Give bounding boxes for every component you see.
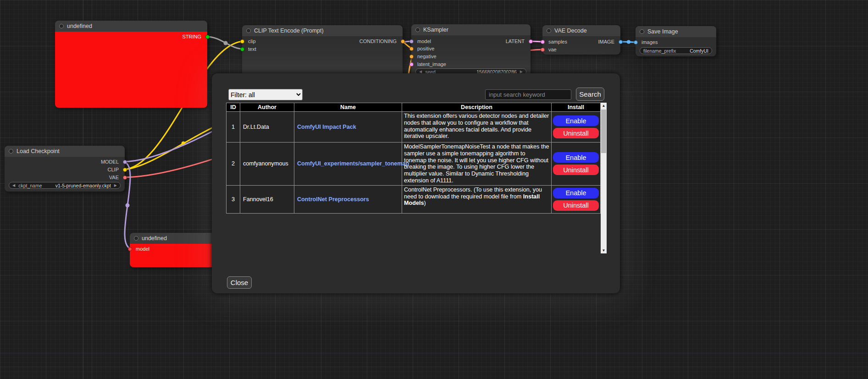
increment-arrow-icon[interactable]: ▶ — [114, 182, 117, 189]
node-load-checkpoint[interactable]: Load Checkpoint MODEL CLIP VAE ◀ ckpt_na… — [5, 146, 125, 192]
input-dot-negative[interactable] — [409, 55, 414, 59]
link-midpoint-dot-string — [224, 41, 228, 45]
manager-dialog: Filter: all Search IDAuthorNameDescripti… — [212, 73, 620, 293]
node-body: model positive negative latent_image LAT… — [411, 35, 531, 77]
extensions-table: IDAuthorNameDescriptionInstall 1Dr.Lt.Da… — [226, 103, 601, 214]
enable-button[interactable]: Enable — [553, 115, 599, 126]
collapse-dot-icon[interactable] — [246, 28, 251, 33]
node-title: Save Image — [647, 28, 678, 35]
node-body: STRING — [55, 32, 207, 108]
input-slot-positive: positive — [411, 45, 434, 52]
node-title: undefined — [67, 23, 92, 29]
input-dot-latent-image[interactable] — [409, 62, 414, 66]
uninstall-button[interactable]: Uninstall — [553, 200, 599, 211]
node-clip-text-encode[interactable]: CLIP Text Encode (Prompt) clip text COND… — [242, 25, 403, 77]
ckpt-name-widget[interactable]: ◀ ckpt_name v1-5-pruned-emaonly.ckpt ▶ — [9, 182, 121, 189]
output-dot-clip[interactable] — [123, 168, 127, 172]
input-slot-model: model — [130, 246, 149, 252]
node-body: MODEL CLIP VAE ◀ ckpt_name v1-5-pruned-e… — [5, 157, 125, 192]
collapse-dot-icon[interactable] — [640, 29, 644, 34]
column-header: Author — [240, 103, 294, 112]
node-title-bar[interactable]: undefined — [55, 21, 207, 32]
node-title-bar[interactable]: CLIP Text Encode (Prompt) — [242, 25, 403, 36]
extension-row: 1Dr.Lt.DataComfyUI Impact PackThis exten… — [227, 112, 601, 143]
extension-row: 3Fannovel16ControlNet PreprocessorsContr… — [227, 185, 601, 213]
output-slot-image: IMAGE — [598, 38, 620, 45]
decrement-arrow-icon[interactable]: ◀ — [12, 182, 15, 189]
search-input[interactable] — [485, 89, 571, 100]
node-save-image[interactable]: Save Image images filename_prefix ComfyU… — [636, 26, 716, 56]
input-dot-model[interactable] — [409, 39, 414, 44]
scrollbar-thumb[interactable] — [601, 110, 606, 153]
input-slot-text: text — [242, 46, 256, 52]
uninstall-button[interactable]: Uninstall — [553, 128, 599, 138]
column-header: Description — [402, 103, 552, 112]
output-dot-model[interactable] — [123, 160, 127, 164]
enable-button[interactable]: Enable — [553, 152, 599, 163]
node-title-bar[interactable]: KSampler — [411, 24, 531, 35]
extension-row: 2comfyanonymousComfyUI_experiments/sampl… — [227, 143, 601, 186]
filter-select[interactable]: Filter: all — [228, 89, 303, 100]
extension-description: ModelSamplerTonemapNoiseTest a node that… — [402, 143, 552, 186]
node-ksampler[interactable]: KSampler model positive negative latent_… — [411, 24, 531, 77]
output-dot-vae[interactable] — [123, 176, 127, 180]
table-body: 1Dr.Lt.DataComfyUI Impact PackThis exten… — [227, 112, 601, 214]
extension-name-cell: ComfyUI Impact Pack — [294, 112, 402, 143]
extension-id: 3 — [227, 185, 240, 213]
link-midpoint-dot-image — [627, 40, 630, 44]
collapse-dot-icon[interactable] — [547, 28, 551, 33]
output-dot-image[interactable] — [619, 40, 623, 44]
scroll-down-arrow-icon[interactable]: ▼ — [601, 247, 607, 253]
node-title: CLIP Text Encode (Prompt) — [254, 27, 324, 34]
filename-prefix-widget[interactable]: filename_prefix ComfyUI — [640, 47, 712, 54]
input-dot-clip[interactable] — [240, 39, 244, 44]
output-dot-latent[interactable] — [529, 39, 533, 44]
node-title-bar[interactable]: VAE Decode — [542, 25, 620, 36]
input-dot-text[interactable] — [240, 47, 244, 51]
collapse-dot-icon[interactable] — [415, 27, 420, 32]
close-button[interactable]: Close — [227, 276, 252, 289]
extension-link[interactable]: ControlNet Preprocessors — [297, 196, 369, 203]
extension-link[interactable]: ComfyUI Impact Pack — [297, 124, 356, 130]
input-dot-vae[interactable] — [541, 48, 545, 52]
node-body: clip text CONDITIONING — [242, 36, 403, 77]
input-slot-vae: vae — [542, 46, 557, 53]
input-dot-positive[interactable] — [409, 47, 414, 51]
input-dot-model[interactable] — [128, 247, 132, 251]
extension-name-cell: ControlNet Preprocessors — [294, 185, 402, 213]
extension-author: Fannovel16 — [240, 185, 294, 213]
collapse-dot-icon[interactable] — [9, 149, 13, 154]
extension-link[interactable]: ComfyUI_experiments/sampler_tonemap — [297, 160, 409, 167]
collapse-dot-icon[interactable] — [134, 236, 138, 241]
widget-value: v1-5-pruned-emaonly.ckpt — [45, 183, 111, 188]
output-slot-clip: CLIP — [108, 166, 125, 173]
extension-install-cell: EnableUninstall — [552, 185, 601, 213]
input-slot-clip: clip — [242, 38, 256, 44]
column-header: Install — [552, 103, 601, 112]
scroll-up-arrow-icon[interactable]: ▲ — [601, 103, 607, 109]
input-dot-images[interactable] — [634, 40, 638, 44]
node-title: Load Checkpoint — [17, 148, 60, 154]
node-title-bar[interactable]: Save Image — [636, 26, 716, 37]
table-scrollbar[interactable]: ▲ ▼ — [601, 103, 607, 253]
input-slot-samples: samples — [542, 38, 567, 45]
extension-install-cell: EnableUninstall — [552, 143, 601, 186]
collapse-dot-icon[interactable] — [59, 24, 64, 28]
widget-label: ckpt_name — [18, 183, 42, 188]
node-title-bar[interactable]: undefined — [130, 233, 215, 244]
node-vae-decode[interactable]: VAE Decode samples vae IMAGE — [542, 25, 620, 55]
node-body: images filename_prefix ComfyUI — [636, 37, 716, 56]
output-dot-conditioning[interactable] — [401, 39, 405, 44]
output-slot-model: MODEL — [101, 159, 125, 165]
node-undefined-top[interactable]: undefined STRING — [55, 21, 207, 108]
input-slot-latent-image: latent_image — [411, 61, 446, 67]
search-button[interactable]: Search — [576, 88, 604, 101]
extension-id: 1 — [227, 112, 240, 143]
extensions-table-container: IDAuthorNameDescriptionInstall 1Dr.Lt.Da… — [226, 103, 607, 253]
node-undefined-bottom[interactable]: undefined model — [130, 233, 215, 267]
input-dot-samples[interactable] — [541, 40, 545, 44]
enable-button[interactable]: Enable — [553, 188, 599, 198]
output-dot-string[interactable] — [205, 35, 210, 39]
uninstall-button[interactable]: Uninstall — [553, 165, 599, 175]
node-title-bar[interactable]: Load Checkpoint — [5, 146, 125, 157]
